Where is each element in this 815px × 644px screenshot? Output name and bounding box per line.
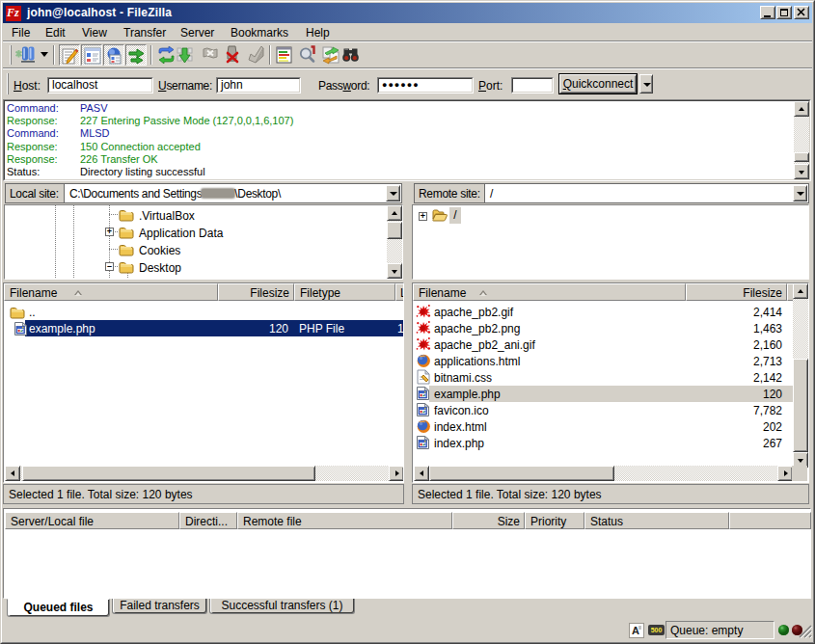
svg-text:A: A <box>632 625 639 636</box>
svg-text:Fz: Fz <box>6 6 19 19</box>
